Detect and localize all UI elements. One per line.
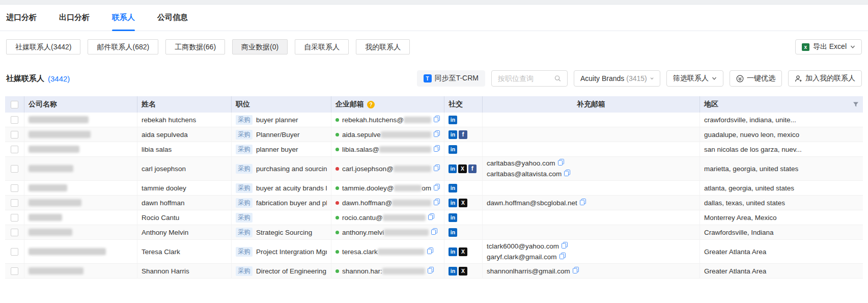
copy-icon[interactable] — [558, 158, 564, 169]
tab-company-info[interactable]: 公司信息 — [157, 5, 188, 31]
copy-icon[interactable] — [434, 184, 440, 192]
col-extra-emails: 补充邮箱 — [483, 96, 700, 113]
filter-self-collected[interactable]: 自采联系人 — [295, 39, 349, 54]
add-to-my-contacts-button[interactable]: 加入我的联系人 — [788, 70, 862, 87]
table-row: dawn hoffman 采购 fabrication buyer and pl… — [5, 196, 863, 210]
copy-icon[interactable] — [428, 267, 434, 275]
x-icon[interactable]: X — [459, 247, 467, 256]
chevron-down-icon — [712, 76, 717, 81]
extra-email-text: carltabas@altavista.com — [487, 169, 562, 179]
copy-icon[interactable] — [431, 228, 437, 236]
linkedin-icon[interactable]: in — [449, 228, 457, 237]
email-status-dot — [335, 269, 339, 273]
sync-to-tcrm-button[interactable]: T 同步至T-CRM — [417, 70, 485, 87]
buyer-tag: 采购 — [236, 183, 253, 193]
filter-email-contacts[interactable]: 邮件联系人(682) — [88, 39, 158, 54]
filter-commercial-data[interactable]: 商业数据(0) — [232, 39, 288, 54]
select-all-checkbox[interactable] — [11, 101, 18, 108]
company-select[interactable]: Acuity Brands (3415) — [574, 70, 660, 87]
extra-emails: shannonlharris@gmail.com — [483, 264, 700, 278]
contact-source-filterbar: 社媒联系人(3442) 邮件联系人(682) 工商数据(66) 商业数据(0) … — [6, 39, 862, 54]
linkedin-icon[interactable]: in — [449, 164, 457, 173]
row-checkbox[interactable] — [11, 248, 18, 256]
region: san nicolas de los garza, nuev... — [700, 142, 863, 156]
main-tabbar: 进口分析 出口分析 联系人 公司信息 — [0, 5, 868, 31]
linkedin-icon[interactable]: in — [449, 199, 457, 207]
row-checkbox[interactable] — [11, 199, 18, 207]
copy-icon[interactable] — [434, 145, 440, 153]
row-checkbox[interactable] — [11, 229, 18, 236]
copy-icon[interactable] — [428, 213, 434, 222]
buyer-tag: 采购 — [236, 266, 253, 276]
x-icon[interactable]: X — [458, 164, 466, 173]
copy-icon[interactable] — [434, 130, 440, 139]
social-icons: in — [444, 181, 483, 195]
row-checkbox[interactable] — [11, 116, 18, 124]
job-title: Planner/Buyer — [256, 131, 300, 139]
tab-import-analysis[interactable]: 进口分析 — [6, 5, 37, 31]
filter-business-registry[interactable]: 工商数据(66) — [165, 39, 225, 54]
copy-icon[interactable] — [434, 164, 440, 173]
help-question-icon[interactable]: ? — [367, 101, 375, 108]
row-checkbox[interactable] — [11, 184, 18, 192]
email-redacted — [392, 200, 431, 206]
row-checkbox[interactable] — [11, 214, 18, 222]
social-icons: inX — [444, 264, 483, 278]
copy-icon[interactable] — [564, 169, 570, 179]
table-toolbar: T 同步至T-CRM Acuity Brands (3415) 筛选联系人 一键… — [417, 70, 862, 87]
extra-email-line: carltabas@yahoo.com — [487, 158, 564, 169]
row-checkbox[interactable] — [11, 146, 18, 153]
title-cell: 采购 planner buyer — [232, 142, 331, 156]
copy-icon[interactable] — [580, 198, 586, 208]
x-icon[interactable]: X — [459, 267, 467, 276]
job-title-search[interactable] — [491, 70, 568, 87]
section-header: 社媒联系人 (3442) T 同步至T-CRM Acuity Brands (3… — [6, 70, 862, 87]
export-excel-button[interactable]: x 导出 Excel — [795, 39, 862, 54]
email-cell: rocio.cantu@ — [331, 210, 444, 225]
tab-export-analysis[interactable]: 出口分析 — [59, 5, 90, 31]
copy-icon[interactable] — [434, 199, 440, 207]
col-company-name: 公司名称 — [24, 96, 137, 113]
linkedin-icon[interactable]: in — [449, 145, 457, 154]
facebook-icon[interactable]: f — [459, 130, 467, 139]
social-icons: in — [444, 210, 483, 225]
filter-my-contacts[interactable]: 我的联系人 — [356, 39, 410, 54]
copy-icon[interactable] — [562, 241, 568, 252]
company-name-redacted — [29, 165, 73, 172]
job-title-search-input[interactable] — [498, 74, 551, 82]
table-header: 公司名称 姓名 职位 企业邮箱 ? 社交 补充邮箱 地区 — [5, 96, 863, 113]
region: Greater Atlanta Area — [700, 240, 863, 263]
row-checkbox[interactable] — [11, 165, 18, 173]
tcrm-logo-icon: T — [424, 74, 432, 82]
linkedin-icon[interactable]: in — [449, 213, 457, 222]
title-cell: 采购 Planner/Buyer — [232, 127, 331, 142]
contact-name: carl josephson — [137, 157, 232, 180]
filter-social-contacts[interactable]: 社媒联系人(3442) — [6, 39, 80, 54]
linkedin-icon[interactable]: in — [449, 247, 457, 256]
filter-funnel-icon[interactable] — [853, 101, 859, 107]
contact-name: aida sepulveda — [137, 127, 232, 142]
one-click-select-button[interactable]: 一键优选 — [730, 70, 782, 87]
linkedin-icon[interactable]: in — [449, 184, 457, 192]
job-title: Director of Engineering, S... — [256, 267, 327, 275]
row-checkbox[interactable] — [11, 131, 18, 139]
tab-contacts[interactable]: 联系人 — [112, 5, 135, 31]
email-prefix: teresa.clark — [342, 248, 378, 256]
copy-icon[interactable] — [434, 116, 440, 124]
contacts-table: 公司名称 姓名 职位 企业邮箱 ? 社交 补充邮箱 地区 rebekah hut… — [5, 96, 863, 279]
excel-icon: x — [802, 43, 809, 51]
col-contact-name: 姓名 — [137, 96, 232, 113]
export-excel-label: 导出 Excel — [813, 42, 847, 51]
x-icon[interactable]: X — [459, 199, 467, 207]
copy-icon[interactable] — [427, 247, 433, 256]
filter-contacts-button[interactable]: 筛选联系人 — [666, 70, 723, 87]
linkedin-icon[interactable]: in — [449, 267, 457, 276]
linkedin-icon[interactable]: in — [449, 130, 457, 139]
copy-icon[interactable] — [573, 266, 579, 277]
row-checkbox[interactable] — [11, 267, 18, 275]
copy-icon[interactable] — [559, 252, 566, 262]
facebook-icon[interactable]: f — [468, 164, 477, 173]
contact-name: tammie dooley — [137, 181, 232, 195]
linkedin-icon[interactable]: in — [449, 116, 457, 124]
extra-emails — [483, 127, 700, 142]
